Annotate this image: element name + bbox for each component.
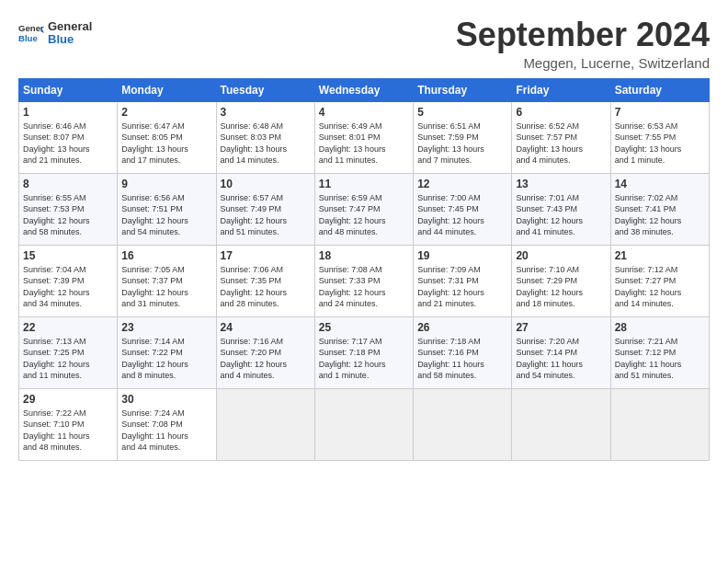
table-row: 7Sunrise: 6:53 AMSunset: 7:55 PMDaylight… bbox=[610, 101, 709, 173]
table-row: 10Sunrise: 6:57 AMSunset: 7:49 PMDayligh… bbox=[216, 173, 314, 245]
table-row: 15Sunrise: 7:04 AMSunset: 7:39 PMDayligh… bbox=[19, 245, 118, 316]
col-thursday: Thursday bbox=[414, 78, 512, 101]
table-row: 27Sunrise: 7:20 AMSunset: 7:14 PMDayligh… bbox=[512, 316, 610, 388]
location: Meggen, Lucerne, Switzerland bbox=[456, 55, 710, 71]
header-row: Sunday Monday Tuesday Wednesday Thursday… bbox=[19, 78, 710, 101]
col-sunday: Sunday bbox=[19, 78, 118, 101]
table-row: 28Sunrise: 7:21 AMSunset: 7:12 PMDayligh… bbox=[610, 316, 709, 388]
table-row bbox=[314, 388, 413, 460]
logo-line1: General bbox=[48, 20, 92, 33]
svg-text:Blue: Blue bbox=[18, 33, 38, 43]
table-row: 23Sunrise: 7:14 AMSunset: 7:22 PMDayligh… bbox=[118, 316, 216, 388]
table-row: 4Sunrise: 6:49 AMSunset: 8:01 PMDaylight… bbox=[314, 101, 413, 173]
table-row: 18Sunrise: 7:08 AMSunset: 7:33 PMDayligh… bbox=[314, 245, 413, 316]
table-row: 8Sunrise: 6:55 AMSunset: 7:53 PMDaylight… bbox=[19, 173, 118, 245]
table-row: 3Sunrise: 6:48 AMSunset: 8:03 PMDaylight… bbox=[216, 101, 314, 173]
table-row bbox=[216, 388, 314, 460]
table-row: 20Sunrise: 7:10 AMSunset: 7:29 PMDayligh… bbox=[512, 245, 610, 316]
svg-text:General: General bbox=[18, 24, 44, 34]
table-row: 17Sunrise: 7:06 AMSunset: 7:35 PMDayligh… bbox=[216, 245, 314, 316]
logo-icon: General Blue bbox=[18, 20, 44, 46]
table-row: 25Sunrise: 7:17 AMSunset: 7:18 PMDayligh… bbox=[314, 316, 413, 388]
table-row: 2Sunrise: 6:47 AMSunset: 8:05 PMDaylight… bbox=[118, 101, 216, 173]
table-row: 22Sunrise: 7:13 AMSunset: 7:25 PMDayligh… bbox=[19, 316, 118, 388]
col-friday: Friday bbox=[512, 78, 610, 101]
calendar-table: Sunday Monday Tuesday Wednesday Thursday… bbox=[18, 78, 710, 461]
table-row: 16Sunrise: 7:05 AMSunset: 7:37 PMDayligh… bbox=[118, 245, 216, 316]
logo-area: General Blue General Blue bbox=[18, 20, 92, 47]
month-title: September 2024 bbox=[456, 17, 710, 53]
col-wednesday: Wednesday bbox=[314, 78, 413, 101]
table-row: 5Sunrise: 6:51 AMSunset: 7:59 PMDaylight… bbox=[414, 101, 512, 173]
table-row: 21Sunrise: 7:12 AMSunset: 7:27 PMDayligh… bbox=[610, 245, 709, 316]
table-row: 19Sunrise: 7:09 AMSunset: 7:31 PMDayligh… bbox=[414, 245, 512, 316]
table-row: 1Sunrise: 6:46 AMSunset: 8:07 PMDaylight… bbox=[19, 101, 118, 173]
table-row: 29Sunrise: 7:22 AMSunset: 7:10 PMDayligh… bbox=[19, 388, 118, 460]
header: General Blue General Blue September 2024… bbox=[18, 17, 710, 71]
table-row bbox=[512, 388, 610, 460]
col-monday: Monday bbox=[118, 78, 216, 101]
col-tuesday: Tuesday bbox=[216, 78, 314, 101]
table-row: 13Sunrise: 7:01 AMSunset: 7:43 PMDayligh… bbox=[512, 173, 610, 245]
col-saturday: Saturday bbox=[610, 78, 709, 101]
table-row: 12Sunrise: 7:00 AMSunset: 7:45 PMDayligh… bbox=[414, 173, 512, 245]
table-row: 9Sunrise: 6:56 AMSunset: 7:51 PMDaylight… bbox=[118, 173, 216, 245]
table-row: 6Sunrise: 6:52 AMSunset: 7:57 PMDaylight… bbox=[512, 101, 610, 173]
title-area: September 2024 Meggen, Lucerne, Switzerl… bbox=[456, 17, 710, 71]
table-row: 26Sunrise: 7:18 AMSunset: 7:16 PMDayligh… bbox=[414, 316, 512, 388]
table-row: 11Sunrise: 6:59 AMSunset: 7:47 PMDayligh… bbox=[314, 173, 413, 245]
logo-line2: Blue bbox=[48, 33, 92, 46]
table-row: 30Sunrise: 7:24 AMSunset: 7:08 PMDayligh… bbox=[118, 388, 216, 460]
table-row: 24Sunrise: 7:16 AMSunset: 7:20 PMDayligh… bbox=[216, 316, 314, 388]
page: General Blue General Blue September 2024… bbox=[0, 0, 728, 563]
table-row bbox=[610, 388, 709, 460]
table-row bbox=[414, 388, 512, 460]
table-row: 14Sunrise: 7:02 AMSunset: 7:41 PMDayligh… bbox=[610, 173, 709, 245]
